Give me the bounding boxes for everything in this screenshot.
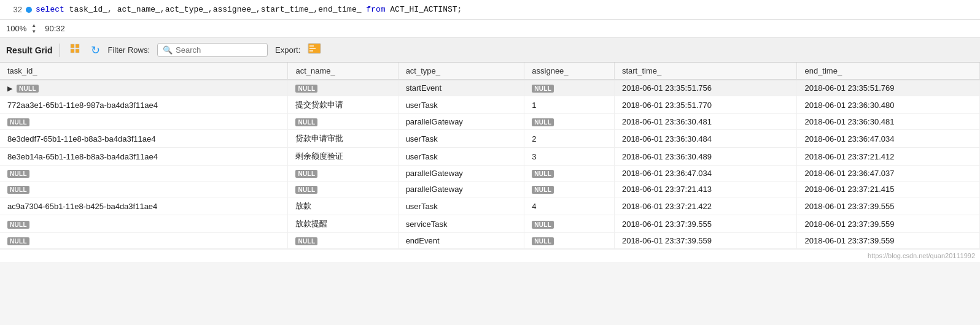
- table-cell: 3: [524, 148, 615, 166]
- grid-icon: [70, 44, 81, 55]
- table-cell: 772aa3e1-65b1-11e8-987a-ba4da3f11ae4: [0, 96, 288, 114]
- table-cell: NULL: [0, 233, 288, 249]
- table-cell: 2018-06-01 23:37:21.413: [614, 182, 797, 197]
- col-header-start-time: start_time_: [614, 63, 797, 80]
- toolbar: Result Grid ↻ Filter Rows: 🔍 Export:: [0, 38, 980, 63]
- col-header-assignee: assignee_: [524, 63, 615, 80]
- table-row[interactable]: NULL放款提醒serviceTaskNULL2018-06-01 23:37:…: [0, 215, 980, 233]
- svg-rect-0: [71, 44, 74, 48]
- result-table-container: task_id_ act_name_ act_type_ assignee_ s…: [0, 63, 980, 249]
- table-cell: userTask: [398, 148, 524, 166]
- table-cell: NULL: [0, 166, 288, 182]
- table-cell: 8e3dedf7-65b1-11e8-b8a3-ba4da3f11ae4: [0, 130, 288, 148]
- table-cell: NULL: [524, 166, 615, 182]
- table-cell: 2018-06-01 23:35:51.756: [614, 80, 797, 96]
- table-cell: userTask: [398, 197, 524, 215]
- table-row[interactable]: NULLNULLparallelGatewayNULL2018-06-01 23…: [0, 182, 980, 197]
- table-cell: parallelGateway: [398, 182, 524, 197]
- table-row[interactable]: 8e3eb14a-65b1-11e8-b8a3-ba4da3f11ae4剩余额度…: [0, 148, 980, 166]
- table-cell: 2018-06-01 23:36:30.481: [614, 114, 797, 130]
- table-cell: NULL: [524, 114, 615, 130]
- export-button[interactable]: [308, 43, 321, 57]
- table-cell: startEvent: [398, 80, 524, 96]
- null-badge: NULL: [532, 118, 554, 126]
- col-header-task-id: task_id_: [0, 63, 288, 80]
- table-cell: 2018-06-01 23:36:30.480: [797, 96, 980, 114]
- null-badge: NULL: [7, 186, 29, 194]
- zoom-up-button[interactable]: ▲: [31, 23, 36, 29]
- null-badge: NULL: [295, 186, 317, 194]
- svg-rect-5: [309, 45, 314, 47]
- table-cell: 2018-06-01 23:36:30.481: [797, 114, 980, 130]
- table-cell: 2018-06-01 23:37:39.559: [797, 233, 980, 249]
- table-cell: 贷款申请审批: [288, 130, 398, 148]
- table-cell: NULL: [0, 215, 288, 233]
- table-cell: 提交贷款申请: [288, 96, 398, 114]
- null-badge: NULL: [532, 85, 554, 93]
- table-cell: NULL: [288, 182, 398, 197]
- table-cell: 2018-06-01 23:36:47.034: [614, 166, 797, 182]
- table-cell: 2018-06-01 23:37:39.559: [614, 233, 797, 249]
- table-cell: NULL: [288, 233, 398, 249]
- table-cell: 2018-06-01 23:36:30.484: [614, 130, 797, 148]
- col-header-act-type: act_type_: [398, 63, 524, 80]
- search-icon: 🔍: [163, 45, 173, 55]
- table-cell: NULL: [288, 114, 398, 130]
- table-cell: 2018-06-01 23:37:39.555: [614, 215, 797, 233]
- table-cell: 2018-06-01 23:36:47.037: [797, 166, 980, 182]
- zoom-bar: 100% ▲ ▼ 90:32: [0, 20, 980, 38]
- result-grid: task_id_ act_name_ act_type_ assignee_ s…: [0, 63, 980, 249]
- null-badge: NULL: [532, 170, 554, 178]
- table-cell: parallelGateway: [398, 166, 524, 182]
- table-body: ▶ NULLNULLstartEventNULL2018-06-01 23:35…: [0, 80, 980, 249]
- table-cell: 2018-06-01 23:35:51.769: [797, 80, 980, 96]
- null-badge: NULL: [7, 237, 29, 245]
- null-badge: NULL: [295, 237, 317, 245]
- refresh-button[interactable]: ↻: [91, 44, 100, 57]
- table-cell: NULL: [288, 80, 398, 96]
- table-row[interactable]: 772aa3e1-65b1-11e8-987a-ba4da3f11ae4提交贷款…: [0, 96, 980, 114]
- table-cell: userTask: [398, 130, 524, 148]
- null-badge: NULL: [532, 237, 554, 245]
- table-row[interactable]: ▶ NULLNULLstartEventNULL2018-06-01 23:35…: [0, 80, 980, 96]
- null-badge: NULL: [295, 85, 317, 93]
- table-cell: 2018-06-01 23:35:51.770: [614, 96, 797, 114]
- table-row[interactable]: 8e3dedf7-65b1-11e8-b8a3-ba4da3f11ae4贷款申请…: [0, 130, 980, 148]
- table-row[interactable]: NULLNULLendEventNULL2018-06-01 23:37:39.…: [0, 233, 980, 249]
- table-row[interactable]: NULLNULLparallelGatewayNULL2018-06-01 23…: [0, 166, 980, 182]
- table-row[interactable]: ac9a7304-65b1-11e8-b425-ba4da3f11ae4放款us…: [0, 197, 980, 215]
- grid-view-button[interactable]: [68, 42, 84, 58]
- search-box[interactable]: 🔍: [157, 43, 268, 57]
- col-header-act-name: act_name_: [288, 63, 398, 80]
- table-cell: 2018-06-01 23:36:30.489: [614, 148, 797, 166]
- null-badge: NULL: [7, 170, 29, 178]
- sql-bar: 32 select task_id_, act_name_,act_type_,…: [0, 0, 980, 20]
- table-cell: 放款提醒: [288, 215, 398, 233]
- table-row[interactable]: NULLNULLparallelGatewayNULL2018-06-01 23…: [0, 114, 980, 130]
- svg-rect-1: [76, 44, 79, 48]
- table-cell: 2018-06-01 23:37:21.415: [797, 182, 980, 197]
- table-cell: 2018-06-01 23:37:39.559: [797, 215, 980, 233]
- table-cell: 2018-06-01 23:36:47.034: [797, 130, 980, 148]
- search-input[interactable]: [176, 45, 249, 55]
- table-cell: 8e3eb14a-65b1-11e8-b8a3-ba4da3f11ae4: [0, 148, 288, 166]
- svg-rect-7: [309, 50, 313, 52]
- table-cell: 2018-06-01 23:37:39.555: [797, 197, 980, 215]
- table-cell: 2018-06-01 23:37:21.412: [797, 148, 980, 166]
- table-header: task_id_ act_name_ act_type_ assignee_ s…: [0, 63, 980, 80]
- result-grid-label: Result Grid: [6, 45, 52, 55]
- cursor-position: 90:32: [45, 24, 65, 33]
- row-arrow-icon: ▶: [7, 85, 17, 92]
- null-badge: NULL: [7, 118, 29, 126]
- zoom-down-button[interactable]: ▼: [31, 29, 36, 35]
- table-cell: userTask: [398, 96, 524, 114]
- null-badge: NULL: [295, 118, 317, 126]
- zoom-stepper[interactable]: ▲ ▼: [31, 23, 36, 35]
- null-badge: NULL: [295, 170, 317, 178]
- table-cell: NULL: [524, 182, 615, 197]
- export-label: Export:: [275, 45, 300, 55]
- export-icon: [308, 43, 321, 54]
- table-cell: 4: [524, 197, 615, 215]
- table-cell: NULL: [0, 114, 288, 130]
- table-cell: NULL: [524, 233, 615, 249]
